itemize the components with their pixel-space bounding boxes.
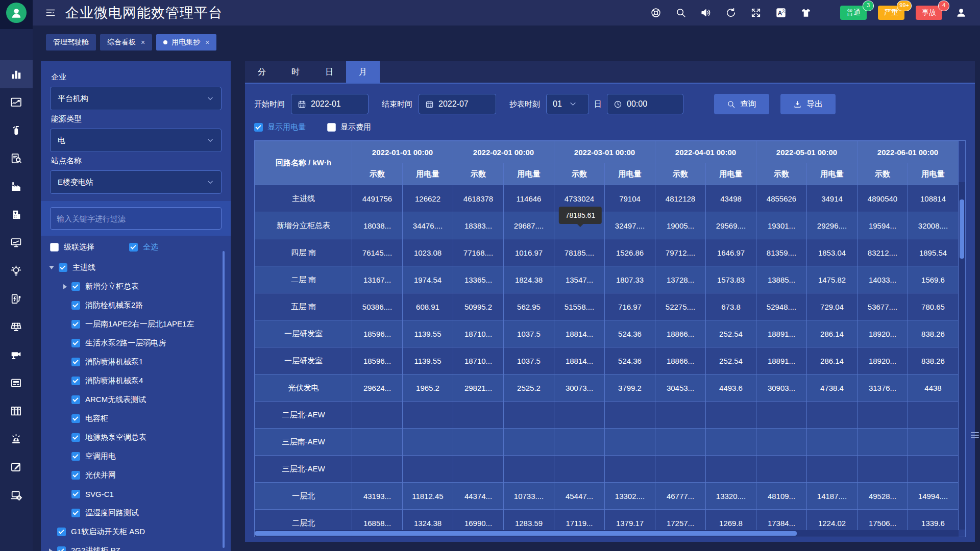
tree-checkbox[interactable] [71,490,80,498]
sidebar-item-trend-chart[interactable] [0,88,33,116]
tree-checkbox[interactable] [71,395,80,404]
period-tab-分[interactable]: 分 [245,61,279,83]
tree-node[interactable]: 消防喷淋机械泵1 [41,353,231,371]
table-cell: 1895.54 [908,239,959,266]
fullscreen-icon[interactable] [750,7,762,18]
tree-node[interactable]: 温湿度回路测试 [41,504,231,522]
tree-node[interactable]: 一层南1APE2右一层北1APE1左 [41,315,231,334]
table-cell [706,402,756,429]
start-date-input[interactable]: 2022-01 [291,94,369,114]
tree-node[interactable]: 生活水泵2路一层弱电房 [41,334,231,353]
select-all[interactable]: 全选 [129,242,158,252]
theme-icon[interactable] [800,7,812,18]
sidebar-item-solar-panel[interactable] [0,313,33,341]
meter-day-select[interactable]: 01 [546,94,589,114]
tree-node[interactable]: G1软启动开关柜 ASD [41,522,231,541]
table-horizontal-scrollbar[interactable] [255,530,959,537]
tree-checkbox[interactable] [71,433,80,442]
tree-checkbox[interactable] [71,414,80,423]
close-icon[interactable]: × [205,39,209,46]
chevron-right-icon[interactable] [49,548,53,551]
checkbox[interactable] [254,123,263,132]
panel-collapse-handle[interactable] [971,428,979,443]
tree-checkbox[interactable] [71,358,80,366]
breadcrumb-tab[interactable]: 综合看板× [100,34,152,51]
tree-node[interactable]: 消防喷淋机械泵4 [41,371,231,390]
sidebar-item-ev-charger[interactable] [0,285,33,313]
table-vertical-scrollbar[interactable] [959,182,965,530]
alarm-badge[interactable]: 严重99+ [878,6,904,20]
query-button[interactable]: 查询 [714,94,769,114]
horizontal-scroll-thumb[interactable] [255,531,797,536]
tree-checkbox[interactable] [59,263,67,272]
sidebar-item-cabinet[interactable] [0,397,33,425]
tree-node[interactable]: 新增分立柜总表 [41,277,231,296]
tree-checkbox[interactable] [57,546,66,551]
tree-scrollbar[interactable] [223,251,225,548]
tree-node[interactable]: ARCM无线表测试 [41,390,231,409]
tree-checkbox[interactable] [71,339,80,347]
table-cell: 53677.... [857,293,908,320]
tree-checkbox[interactable] [71,301,80,310]
breadcrumb-tab[interactable]: 管理驾驶舱 [46,34,96,51]
sidebar-item-alarm[interactable] [0,425,33,453]
tree-checkbox[interactable] [71,282,80,291]
tree-node[interactable]: 2G2进线柜 PZ [41,541,231,551]
period-tab-时[interactable]: 时 [279,61,312,83]
export-button[interactable]: 导出 [780,94,836,114]
refresh-icon[interactable] [725,7,737,18]
tree-node[interactable]: 光伏并网 [41,466,231,485]
chevron-right-icon[interactable] [63,284,67,289]
tree-node[interactable]: SVG-C1 [41,485,231,504]
sidebar-item-factory[interactable] [0,172,33,201]
sidebar-item-building[interactable] [0,201,33,229]
translate-icon[interactable]: A文 [775,7,787,18]
alarm-badge[interactable]: 普通3 [840,6,867,20]
help-icon[interactable] [650,7,662,18]
alarm-badge[interactable]: 事故4 [916,6,942,20]
period-tab-月[interactable]: 月 [346,61,380,83]
menu-toggle-icon[interactable] [45,7,56,18]
checkbox[interactable] [327,123,336,132]
search-icon[interactable] [675,7,687,18]
energy-type-select[interactable]: 电 [50,129,222,152]
sidebar-item-edit[interactable] [0,453,33,481]
sidebar-item-inspection[interactable] [0,144,33,172]
sidebar-item-monitor-chart[interactable] [0,229,33,257]
app-logo[interactable] [0,0,33,29]
tree-checkbox[interactable] [71,471,80,480]
show-cost-toggle[interactable]: 显示费用 [327,122,371,132]
chevron-down-icon[interactable] [49,266,54,269]
end-date-input[interactable]: 2022-07 [419,94,496,114]
close-icon[interactable]: × [141,39,145,46]
show-energy-toggle[interactable]: 显示用电量 [254,122,306,132]
sidebar-item-laptop-gear[interactable] [0,481,33,509]
tree-node[interactable]: 电容柜 [41,409,231,428]
period-tab-日[interactable]: 日 [312,61,346,83]
tree-node[interactable]: 主进线 [41,258,231,277]
tree-node[interactable]: 消防栓机械泵2路 [41,296,231,315]
user-icon[interactable] [955,7,967,18]
tree-checkbox[interactable] [57,528,66,536]
table-cell [403,456,453,483]
sound-icon[interactable] [700,7,712,18]
sidebar-item-meter[interactable] [0,369,33,397]
cascade-checkbox[interactable] [50,243,59,252]
sidebar-item-fire-extinguisher[interactable] [0,116,33,144]
station-select[interactable]: E楼变电站 [50,170,222,194]
tree-filter-input[interactable] [50,207,222,230]
enterprise-select[interactable]: 平台机构 [50,87,222,110]
tree-checkbox[interactable] [71,452,80,461]
select-all-checkbox[interactable] [129,243,138,252]
breadcrumb-tab[interactable]: 用电集抄× [156,34,216,51]
vertical-scroll-thumb[interactable] [960,199,964,259]
tree-checkbox[interactable] [71,320,80,329]
sidebar-item-camera[interactable] [0,341,33,369]
sidebar-item-bulb[interactable] [0,257,33,285]
tree-node[interactable]: 地源热泵空调总表 [41,428,231,447]
tree-node[interactable]: 空调用电 [41,447,231,466]
sidebar-item-bar-chart[interactable] [0,60,33,88]
tree-checkbox[interactable] [71,377,80,385]
tree-checkbox[interactable] [71,509,80,517]
meter-time-input[interactable]: 00:00 [607,94,683,114]
